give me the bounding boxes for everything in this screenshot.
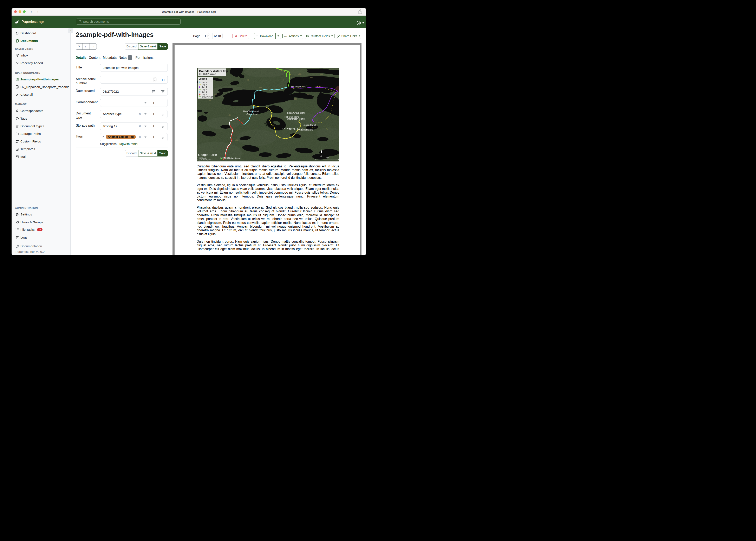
svg-text:Day 1: Day 1 bbox=[202, 81, 207, 83]
svg-text:Boundary Waters Trip: Boundary Waters Trip bbox=[199, 70, 228, 73]
svg-text:Text: Text bbox=[264, 123, 270, 126]
svg-text:Gary Island: Gary Island bbox=[246, 113, 258, 116]
svg-text:Entry Point 24: Entry Point 24 bbox=[202, 96, 213, 98]
svg-text:Charlies Island: Charlies Island bbox=[227, 157, 241, 160]
svg-text:N: N bbox=[320, 154, 322, 157]
svg-text:Image © 2017 DigitalGlobe: Image © 2017 DigitalGlobe bbox=[197, 159, 213, 161]
svg-text:Washington Island: Washington Island bbox=[287, 118, 305, 120]
svg-text:Google Earth: Google Earth bbox=[198, 153, 217, 157]
svg-text:Six days in BWCA: Six days in BWCA bbox=[199, 73, 216, 75]
svg-text:Day 3: Day 3 bbox=[202, 86, 207, 88]
svg-text:New York Island: New York Island bbox=[243, 110, 259, 113]
svg-text:Hausons Island: Hausons Island bbox=[291, 85, 306, 88]
svg-text:Day 5: Day 5 bbox=[202, 91, 207, 93]
svg-text:© 2017 Google: © 2017 Google bbox=[197, 157, 207, 159]
svg-text:Day 4: Day 4 bbox=[202, 89, 207, 91]
svg-text:Indian Grave Island: Indian Grave Island bbox=[287, 112, 305, 114]
svg-text:3 mi: 3 mi bbox=[326, 157, 329, 159]
svg-text:Legend: Legend bbox=[199, 77, 207, 80]
svg-text:Squirrel Island: Squirrel Island bbox=[299, 129, 313, 131]
svg-text:Day 6: Day 6 bbox=[202, 93, 207, 95]
svg-text:Day 2: Day 2 bbox=[202, 84, 207, 86]
svg-text:Lincoln Island: Lincoln Island bbox=[302, 124, 316, 126]
